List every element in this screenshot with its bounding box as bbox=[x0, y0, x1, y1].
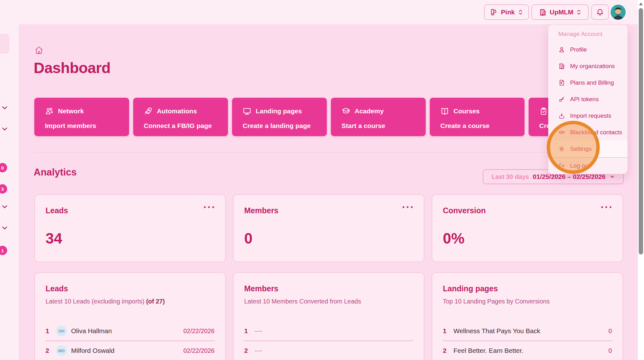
member-row[interactable]: 1 --- bbox=[244, 321, 413, 341]
invoice-icon bbox=[558, 79, 565, 86]
landing-page-row[interactable]: 2 Feel Better. Earn Better. 0 bbox=[443, 341, 612, 360]
menu-item-my-organizations[interactable]: My organizations bbox=[548, 58, 627, 74]
quick-action-title: Courses bbox=[453, 107, 480, 115]
conversion-count: 0 bbox=[608, 347, 612, 354]
chevron-down-icon[interactable] bbox=[2, 226, 8, 230]
card-menu-button[interactable]: ··· bbox=[203, 202, 216, 212]
quick-action-label: Import members bbox=[45, 122, 96, 130]
chevrons-updown-icon bbox=[576, 9, 581, 15]
avatar-illustration bbox=[611, 5, 626, 20]
member-name: --- bbox=[255, 327, 262, 335]
list-card-leads: Leads Latest 10 Leads (excluding imports… bbox=[34, 272, 226, 360]
bell-icon bbox=[596, 8, 604, 16]
quick-action-network[interactable]: Network Import members bbox=[34, 98, 129, 136]
menu-item-profile[interactable]: Profile bbox=[548, 41, 627, 58]
avatar-initials: OH bbox=[56, 326, 67, 336]
lead-row[interactable]: 2 MO Milford Oswald 02/22/2026 bbox=[46, 341, 215, 360]
row-index: 2 bbox=[46, 347, 52, 354]
organization-selector[interactable]: UpMLM bbox=[531, 4, 589, 20]
quick-action-label: Create a landing page bbox=[243, 122, 311, 130]
home-icon[interactable] bbox=[34, 46, 44, 55]
row-index: 2 bbox=[443, 347, 449, 354]
stat-card-members: Members ··· 0 bbox=[233, 194, 424, 262]
list-title: Leads bbox=[46, 284, 68, 293]
chevron-down-icon[interactable] bbox=[2, 205, 8, 209]
conversion-count: 0 bbox=[608, 328, 612, 335]
people-icon bbox=[45, 107, 54, 116]
landing-page-name: Feel Better. Earn Better. bbox=[453, 347, 523, 354]
scrollbar[interactable] bbox=[638, 0, 644, 360]
row-index: 2 bbox=[244, 347, 250, 354]
avatar-initials: MO bbox=[56, 345, 67, 356]
scrollbar-thumb[interactable] bbox=[639, 8, 643, 254]
quick-action-title: Network bbox=[58, 107, 84, 115]
quick-action-landing-pages[interactable]: Landing pages Create a landing page bbox=[232, 98, 327, 136]
row-index: 1 bbox=[46, 327, 52, 335]
sidebar-count-badge[interactable]: 0 bbox=[0, 163, 7, 172]
quick-action-label: Create a course bbox=[440, 122, 490, 130]
quick-action-title: Landing pages bbox=[256, 107, 302, 115]
top-bar: Pink UpMLM bbox=[0, 0, 644, 24]
graduation-cap-icon bbox=[341, 107, 350, 116]
sidebar-count-badge[interactable]: 1 bbox=[0, 246, 7, 255]
quick-action-label: Connect a FB/IG page bbox=[144, 122, 212, 130]
stat-value: 0% bbox=[443, 230, 464, 247]
list-title: Landing pages bbox=[443, 284, 498, 293]
rocket-icon bbox=[144, 107, 153, 116]
sidebar-active-item[interactable] bbox=[0, 34, 9, 54]
list-subtitle: Latest 10 Members Converted from Leads bbox=[244, 298, 361, 305]
account-menu-header: Manage Account bbox=[558, 31, 603, 37]
list-subtitle: Top 10 Landing Pages by Conversions bbox=[443, 298, 550, 305]
lead-row[interactable]: 1 OH Oliva Hallman 02/22/2026 bbox=[46, 321, 215, 341]
swatch-icon bbox=[490, 8, 498, 16]
quick-action-automations[interactable]: Automations Connect a FB/IG page bbox=[133, 98, 228, 136]
notifications-button[interactable] bbox=[591, 4, 609, 20]
lead-date: 02/22/2026 bbox=[183, 328, 215, 335]
analytics-heading: Analytics bbox=[34, 167, 77, 178]
date-preset-label: Last 30 days bbox=[491, 173, 529, 180]
quick-action-title: Academy bbox=[355, 107, 384, 115]
card-menu-button[interactable]: ··· bbox=[402, 202, 414, 212]
chevron-down-icon[interactable] bbox=[2, 127, 8, 131]
scrollbar-up-arrow[interactable] bbox=[639, 2, 643, 5]
sidebar: 0 3 1 bbox=[0, 24, 19, 360]
building-icon bbox=[558, 63, 565, 70]
import-icon bbox=[558, 112, 565, 119]
quick-action-academy[interactable]: Academy Start a course bbox=[331, 98, 426, 136]
menu-item-import-requests[interactable]: Import requests bbox=[548, 107, 627, 124]
lead-name: Oliva Hallman bbox=[71, 327, 112, 335]
quick-action-title: Automations bbox=[157, 107, 197, 115]
key-icon bbox=[558, 96, 565, 103]
monitor-icon bbox=[243, 107, 251, 116]
menu-item-plans-billing[interactable]: Plans and Billing bbox=[548, 74, 627, 91]
member-row[interactable]: 2 --- bbox=[244, 341, 413, 360]
stat-card-conversion: Conversion ··· 0% bbox=[432, 194, 623, 262]
stat-card-leads: Leads ··· 34 bbox=[34, 194, 226, 262]
theme-label: Pink bbox=[501, 8, 515, 16]
stat-title: Conversion bbox=[443, 206, 486, 215]
sidebar-count-badge[interactable]: 3 bbox=[0, 184, 7, 194]
user-avatar[interactable] bbox=[611, 5, 626, 20]
row-index: 1 bbox=[443, 327, 449, 335]
card-menu-button[interactable]: ··· bbox=[601, 202, 613, 212]
chevrons-updown-icon bbox=[518, 9, 523, 15]
page-title: Dashboard bbox=[34, 59, 110, 76]
quick-action-courses[interactable]: Courses Create a course bbox=[430, 98, 525, 136]
stat-value: 0 bbox=[244, 230, 253, 247]
annotation-circle bbox=[547, 121, 600, 174]
menu-item-api-tokens[interactable]: API tokens bbox=[548, 91, 627, 107]
landing-page-name: Wellness That Pays You Back bbox=[453, 327, 540, 335]
user-icon bbox=[558, 46, 565, 53]
theme-selector[interactable]: Pink bbox=[484, 4, 529, 20]
list-card-members: Members Latest 10 Members Converted from… bbox=[233, 272, 424, 360]
landing-page-row[interactable]: 1 Wellness That Pays You Back 0 bbox=[443, 321, 612, 341]
stat-title: Leads bbox=[46, 206, 68, 215]
lead-date: 02/22/2026 bbox=[183, 347, 215, 354]
list-title: Members bbox=[244, 284, 278, 293]
stat-value: 34 bbox=[46, 230, 62, 247]
chevron-down-icon[interactable] bbox=[2, 106, 8, 110]
quick-action-label: Start a course bbox=[341, 122, 385, 130]
row-index: 1 bbox=[244, 327, 250, 335]
book-icon bbox=[440, 107, 449, 116]
list-card-landing-pages: Landing pages Top 10 Landing Pages by Co… bbox=[432, 272, 623, 360]
